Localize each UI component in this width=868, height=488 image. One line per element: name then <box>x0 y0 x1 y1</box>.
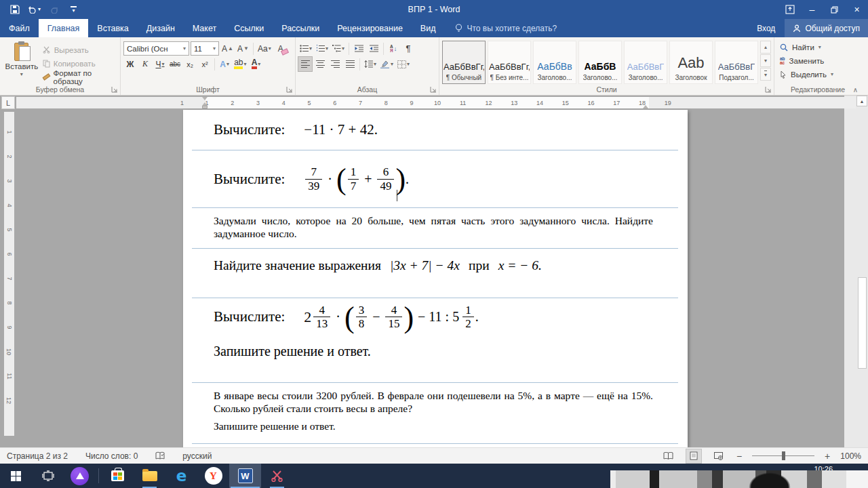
underline-button[interactable]: Ч▾ <box>153 57 167 71</box>
zoom-slider-thumb[interactable] <box>782 451 785 460</box>
strikethrough-button[interactable]: abc <box>168 57 182 71</box>
scrollbar-thumb[interactable] <box>858 277 867 369</box>
undo-dropdown-icon[interactable]: ▾ <box>38 7 41 12</box>
align-left-button[interactable] <box>298 57 312 71</box>
highlight-button[interactable]: ab▾ <box>233 57 248 71</box>
style-subtitle[interactable]: АаБбВвГ Подзагол... <box>715 41 758 84</box>
styles-scroll-up-icon[interactable]: ▴ <box>760 41 771 54</box>
exercise-row-5[interactable]: Вычислите: 2 413 · ( 38 − 415 ) − 11 : 5… <box>192 298 678 383</box>
font-color-button[interactable]: А▾ <box>250 57 263 71</box>
alisa-button[interactable] <box>64 464 96 488</box>
clear-formatting-button[interactable]: А <box>274 41 288 56</box>
horizontal-ruler[interactable]: 1 12345678910111213141516171819 <box>16 97 856 108</box>
collapse-ribbon-icon[interactable]: ∧ <box>853 86 858 94</box>
exercise-row-3[interactable]: Задумали число, которое на 20 больше, че… <box>192 208 678 249</box>
read-mode-icon[interactable] <box>661 449 676 463</box>
grow-font-button[interactable]: А▲ <box>220 41 235 56</box>
start-button[interactable] <box>0 464 32 488</box>
format-painter-button[interactable]: Формат по образцу <box>41 70 117 83</box>
increase-indent-button[interactable] <box>367 41 380 56</box>
zoom-level[interactable]: 100% <box>840 451 861 461</box>
exercise-row-2[interactable]: Вычислите: 739 · ( 17 + 649 ) . <box>192 150 678 208</box>
first-line-indent-marker[interactable] <box>202 97 208 100</box>
style-heading2[interactable]: АаБбВ Заголово... <box>578 41 622 84</box>
word-taskbar-button[interactable]: W <box>229 464 261 488</box>
file-explorer-button[interactable] <box>134 464 165 488</box>
exercise-row-4[interactable]: Найдите значение выражения |3x + 7| − 4x… <box>192 249 678 298</box>
find-button[interactable]: Найти ▾ <box>777 41 859 54</box>
replace-button[interactable]: abac Заменить <box>777 54 859 68</box>
style-title[interactable]: Аab Заголовок <box>669 41 713 84</box>
language-indicator[interactable]: русский <box>182 451 212 461</box>
paragraph-dialog-launcher-icon[interactable] <box>430 86 437 93</box>
snipping-tool-button[interactable] <box>261 464 293 488</box>
print-layout-icon[interactable] <box>686 449 701 463</box>
copy-button[interactable]: Копировать <box>41 57 117 70</box>
text-effects-button[interactable]: А▾ <box>218 57 231 71</box>
multilevel-list-button[interactable]: ▾ <box>331 41 346 56</box>
proofing-icon[interactable] <box>155 451 165 460</box>
vertical-scrollbar[interactable]: ▲ <box>844 96 868 447</box>
hanging-indent-marker[interactable] <box>202 102 208 108</box>
shrink-font-button[interactable]: А▼ <box>236 41 250 56</box>
minimize-button[interactable]: – <box>801 0 823 19</box>
word-count[interactable]: Число слов: 0 <box>85 451 138 461</box>
numbered-list-button[interactable]: ▾ <box>315 41 330 56</box>
tab-insert[interactable]: Вставка <box>88 19 137 37</box>
borders-button[interactable]: ▾ <box>396 57 411 71</box>
tab-design[interactable]: Дизайн <box>138 19 184 37</box>
exercise-row-1[interactable]: Вычислите: −11 · 7 + 42. <box>192 110 678 150</box>
font-dialog-launcher-icon[interactable] <box>286 86 293 93</box>
customize-qat-icon[interactable]: ▾ <box>64 1 83 18</box>
zoom-in-icon[interactable]: + <box>825 451 830 462</box>
ribbon-display-options-icon[interactable] <box>778 0 801 19</box>
sort-button[interactable]: АЯ ↓ <box>387 41 400 56</box>
tab-references[interactable]: Ссылки <box>225 19 273 37</box>
style-heading3[interactable]: АаБбВвГ Заголово... <box>624 41 667 84</box>
tell-me-box[interactable]: Что вы хотите сделать? <box>455 19 557 37</box>
styles-gallery-expand-icon[interactable]: ▾ <box>760 68 771 81</box>
document-page[interactable]: Вычислите: −11 · 7 + 42. Вычислите: 739 … <box>183 110 688 447</box>
style-normal[interactable]: АаБбВвГг, ¶ Обычный <box>442 41 486 84</box>
undo-icon[interactable]: ▾ <box>25 1 43 18</box>
zoom-slider[interactable] <box>752 455 814 456</box>
tab-selector[interactable]: L <box>1 96 15 109</box>
right-indent-marker[interactable] <box>643 105 648 108</box>
style-heading1[interactable]: АаБбВв Заголово... <box>533 41 576 84</box>
zoom-out-icon[interactable]: − <box>736 451 742 462</box>
cut-button[interactable]: Вырезать <box>41 43 117 56</box>
close-button[interactable]: × <box>846 0 868 19</box>
tab-mailings[interactable]: Рассылки <box>273 19 328 37</box>
decrease-indent-button[interactable] <box>352 41 366 56</box>
tab-layout[interactable]: Макет <box>184 19 225 37</box>
page-indicator[interactable]: Страница 2 из 2 <box>7 451 68 461</box>
superscript-button[interactable]: x² <box>198 57 212 71</box>
align-right-button[interactable] <box>328 57 342 71</box>
bullet-list-button[interactable]: ▾ <box>298 41 313 56</box>
paste-button[interactable]: Вставить ▾ <box>3 41 41 84</box>
line-spacing-button[interactable]: ▾ <box>363 57 378 71</box>
font-family-select[interactable]: Calibri (Осн ▾ <box>123 41 189 56</box>
font-size-select[interactable]: 11 ▾ <box>191 41 219 56</box>
edge-button[interactable]: e <box>165 464 197 488</box>
italic-button[interactable]: К <box>138 57 152 71</box>
styles-dialog-launcher-icon[interactable] <box>765 86 772 93</box>
styles-scroll-down-icon[interactable]: ▾ <box>760 54 771 67</box>
select-button[interactable]: Выделить ▾ <box>777 68 859 81</box>
video-overlay[interactable] <box>610 470 868 488</box>
tab-home[interactable]: Главная <box>39 19 89 37</box>
share-button[interactable]: Общий доступ <box>785 19 868 37</box>
paste-dropdown-icon[interactable]: ▾ <box>20 72 23 77</box>
tab-file[interactable]: Файл <box>0 19 39 37</box>
web-layout-icon[interactable] <box>711 449 726 463</box>
save-icon[interactable] <box>5 1 24 18</box>
shading-button[interactable]: ▾ <box>379 57 395 71</box>
task-view-button[interactable] <box>32 464 64 488</box>
justify-button[interactable] <box>343 57 357 71</box>
yandex-browser-button[interactable]: Y <box>197 464 229 488</box>
clipboard-dialog-launcher-icon[interactable] <box>111 86 118 93</box>
exercise-row-6[interactable]: В январе весы стоили 3200 рублей. В февр… <box>192 383 678 444</box>
tab-review[interactable]: Рецензирование <box>328 19 412 37</box>
restore-button[interactable] <box>823 0 846 19</box>
subscript-button[interactable]: x₂ <box>183 57 197 71</box>
